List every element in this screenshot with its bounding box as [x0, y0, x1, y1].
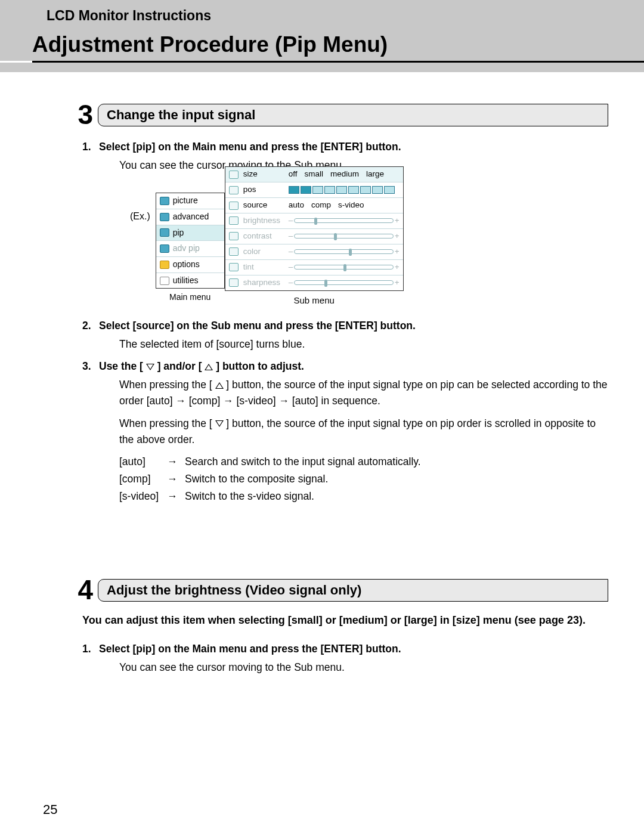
source-table: [auto] → Search and switch to the input … — [119, 454, 608, 504]
substep-number: 1. — [82, 641, 99, 657]
row-icon — [229, 263, 239, 271]
menu-icon — [160, 261, 169, 269]
step-3-title: Change the input signal — [98, 104, 608, 126]
row-icon — [229, 247, 239, 256]
text: Select [ — [99, 320, 136, 332]
osd-main-item-utilities: utilities — [156, 273, 224, 289]
text: ] in [ — [434, 614, 456, 626]
osd-sub-source: source auto comp s-video — [225, 198, 403, 213]
osd-main-menu: picture advanced pip adv pip options uti… — [156, 193, 225, 289]
text: sharpness — [243, 277, 284, 289]
osd-illustration: (Ex.) picture advanced pip adv pip optio… — [130, 179, 608, 307]
text: You can adjust this item when selecting … — [82, 614, 292, 626]
text: picture — [173, 194, 198, 208]
page-number: 25 — [43, 802, 57, 817]
slider — [289, 249, 400, 255]
substep-note: The selected item of [source] turns blue… — [119, 336, 608, 352]
text: color — [243, 246, 284, 258]
text: contrast — [243, 230, 284, 243]
text: size — [456, 614, 476, 626]
osd-sub-label: Sub menu — [225, 293, 404, 307]
arrow-icon: → — [166, 471, 179, 487]
text: ] turns blue. — [250, 338, 305, 350]
slider — [289, 264, 400, 270]
text: size — [243, 168, 284, 181]
opt: small — [304, 168, 323, 181]
opt: large — [366, 168, 384, 181]
text: ] on the Main menu and press the [ENTER]… — [152, 643, 401, 655]
text: source — [243, 199, 284, 212]
header-title-row: Adjustment Procedure (Pip Menu) — [0, 31, 644, 61]
opt: off — [289, 168, 298, 181]
row-icon — [229, 186, 239, 194]
text: small — [292, 614, 319, 626]
opt: comp — [311, 199, 331, 212]
menu-icon — [160, 197, 169, 205]
menu-icon — [160, 277, 169, 285]
text: ] or [ — [384, 614, 408, 626]
substep-title: Select [pip] on the Main menu and press … — [99, 641, 608, 657]
slider — [289, 233, 400, 239]
text: adv pip — [173, 242, 200, 255]
text: source — [136, 320, 170, 332]
text: auto — [150, 395, 170, 407]
osd-sub-pos: pos — [225, 182, 403, 198]
down-triangle-icon — [215, 420, 224, 427]
text: [comp] — [119, 471, 160, 487]
substep-body: When pressing the [ ] button, the source… — [119, 416, 608, 448]
text: options — [173, 258, 200, 271]
osd-main-item-picture: picture — [156, 193, 224, 209]
example-label: (Ex.) — [130, 209, 150, 224]
text: pos — [243, 184, 284, 196]
text: s-video — [239, 395, 273, 407]
opt: s-video — [338, 199, 364, 212]
osd-main-item-options: options — [156, 257, 224, 273]
text: tint — [243, 261, 284, 274]
text: auto — [295, 395, 315, 407]
row-icon — [229, 232, 239, 240]
step-3-3: 3. Use the [ ] and/or [ ] button to adju… — [82, 358, 608, 374]
table-row: [auto] → Search and switch to the input … — [119, 454, 608, 470]
substep-title: Use the [ ] and/or [ ] button to adjust. — [99, 358, 608, 374]
osd-sub-contrast: contrast — [225, 229, 403, 244]
menu-icon — [160, 244, 169, 253]
page-title: Adjustment Procedure (Pip Menu) — [32, 32, 388, 57]
text: ] menu (see page 23). — [476, 614, 586, 626]
substep-body: When pressing the [ ] button, the source… — [119, 377, 608, 409]
text: pip — [173, 227, 184, 240]
step-4-number: 4 — [72, 576, 93, 603]
down-triangle-icon — [146, 364, 154, 370]
osd-sub-color: color — [225, 244, 403, 260]
text: large — [408, 614, 434, 626]
text: source — [219, 338, 250, 350]
text: utilities — [173, 274, 199, 287]
text: Switch to the s-video signal. — [185, 488, 314, 504]
menu-icon — [160, 213, 169, 221]
substep-title: Select [source] on the Sub menu and pres… — [99, 318, 608, 334]
pos-boxes — [289, 186, 395, 194]
substep-note: You can see the cursor moving to the Sub… — [119, 659, 608, 676]
osd-main-label: Main menu — [156, 291, 225, 304]
text: brightness — [243, 215, 284, 227]
table-row: [comp] → Switch to the composite signal. — [119, 471, 608, 487]
opt: auto — [289, 199, 304, 212]
osd-sub-size: size off small medium large — [225, 167, 403, 182]
up-triangle-icon — [215, 382, 224, 389]
osd-main-item-pip: pip — [156, 225, 224, 241]
text: advanced — [173, 210, 209, 224]
header-crumb: LCD Monitor Instructions — [0, 0, 644, 31]
step-3-header: 3 Change the input signal — [72, 102, 608, 128]
text: Switch to the composite signal. — [185, 471, 328, 487]
text: pip — [136, 643, 151, 655]
step-4-title: Adjust the brightness (Video signal only… — [98, 579, 608, 602]
step-3-2: 2. Select [source] on the Sub menu and p… — [82, 318, 608, 334]
text: [s-video] — [119, 488, 160, 504]
step-4-lead: You can adjust this item when selecting … — [82, 614, 597, 627]
text: comp — [192, 395, 218, 407]
text: ] on the Main menu and press the [ENTER]… — [152, 141, 401, 153]
step-3-number: 3 — [72, 101, 93, 128]
substep-number: 3. — [82, 358, 99, 374]
text: pip — [136, 141, 151, 153]
text: Search and switch to the input signal au… — [185, 454, 421, 470]
osd-sub-tint: tint — [225, 260, 403, 275]
